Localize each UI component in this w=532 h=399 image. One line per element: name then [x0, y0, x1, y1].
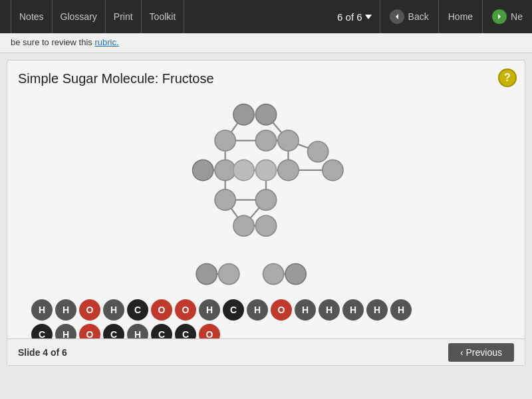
- atom-O1[interactable]: O: [79, 299, 100, 321]
- svg-point-24: [215, 130, 235, 151]
- atom-H3[interactable]: H: [103, 299, 124, 321]
- svg-point-35: [255, 190, 276, 210]
- svg-point-28: [193, 160, 213, 180]
- rubric-link[interactable]: rubric.: [94, 37, 118, 47]
- svg-point-41: [285, 264, 306, 285]
- banner-text: be sure to review this: [11, 37, 94, 47]
- main-content: Simple Sugar Molecule: Fructose ?: [7, 60, 525, 366]
- svg-point-30: [233, 160, 254, 180]
- svg-point-26: [278, 130, 299, 151]
- atom-O4[interactable]: O: [271, 299, 292, 321]
- svg-point-27: [307, 141, 328, 162]
- molecule-svg: [126, 100, 406, 293]
- svg-point-40: [263, 264, 284, 285]
- svg-point-25: [255, 130, 276, 151]
- bottom-bar: Slide 4 of 6 ‹ Previous: [7, 338, 525, 365]
- svg-point-22: [233, 104, 254, 125]
- atom-H6[interactable]: H: [295, 299, 316, 321]
- dropdown-arrow-icon: [365, 15, 372, 19]
- atom-O2[interactable]: O: [151, 299, 172, 321]
- home-label: Home: [448, 11, 473, 22]
- atom-O3[interactable]: O: [175, 299, 196, 321]
- atom-H4[interactable]: H: [199, 299, 220, 321]
- svg-point-31: [255, 160, 276, 180]
- molecule-diagram: [18, 93, 514, 299]
- next-icon: [492, 9, 507, 24]
- atom-H9[interactable]: H: [366, 299, 388, 321]
- help-button[interactable]: ?: [498, 68, 517, 87]
- svg-point-34: [215, 190, 235, 210]
- svg-point-23: [255, 104, 276, 125]
- nav-right-items: 6 of 6 Back Home Ne: [329, 0, 532, 33]
- banner: be sure to review this rubric.: [0, 33, 532, 53]
- nav-toolkit[interactable]: Toolkit: [142, 0, 185, 33]
- svg-point-38: [196, 264, 217, 285]
- page-counter-text: 6 of 6: [337, 11, 362, 23]
- atom-C2[interactable]: C: [223, 299, 244, 321]
- atom-H5[interactable]: H: [247, 299, 268, 321]
- back-button[interactable]: Back: [380, 0, 438, 33]
- slide-indicator: Slide 4 of 6: [18, 347, 67, 358]
- atom-H7[interactable]: H: [319, 299, 340, 321]
- svg-marker-1: [498, 14, 501, 19]
- nav-glossary[interactable]: Glossary: [53, 0, 106, 33]
- atom-H10[interactable]: H: [390, 299, 412, 321]
- back-icon: [390, 9, 404, 24]
- atom-row-1: H H O H C O O H C H O H H H H H: [31, 299, 514, 321]
- svg-point-33: [323, 160, 343, 180]
- atom-H8[interactable]: H: [342, 299, 364, 321]
- svg-marker-0: [396, 14, 398, 19]
- atom-H1[interactable]: H: [31, 299, 53, 321]
- svg-point-39: [219, 264, 239, 285]
- atom-H2[interactable]: H: [55, 299, 76, 321]
- svg-point-37: [255, 215, 276, 236]
- page-counter[interactable]: 6 of 6: [329, 11, 380, 23]
- slide-title: Simple Sugar Molecule: Fructose: [18, 71, 514, 86]
- previous-button[interactable]: ‹ Previous: [448, 343, 514, 362]
- next-label: Ne: [511, 11, 523, 22]
- home-button[interactable]: Home: [438, 0, 482, 33]
- svg-point-32: [278, 160, 299, 180]
- svg-point-36: [233, 215, 254, 236]
- atom-C1[interactable]: C: [127, 299, 148, 321]
- nav-notes[interactable]: Notes: [11, 0, 53, 33]
- next-button[interactable]: Ne: [482, 0, 532, 33]
- nav-left-items: Notes Glossary Print Toolkit: [11, 0, 184, 33]
- svg-point-29: [215, 160, 235, 180]
- top-navigation: Notes Glossary Print Toolkit 6 of 6 Back…: [0, 0, 532, 33]
- back-label: Back: [408, 11, 429, 22]
- nav-print[interactable]: Print: [106, 0, 142, 33]
